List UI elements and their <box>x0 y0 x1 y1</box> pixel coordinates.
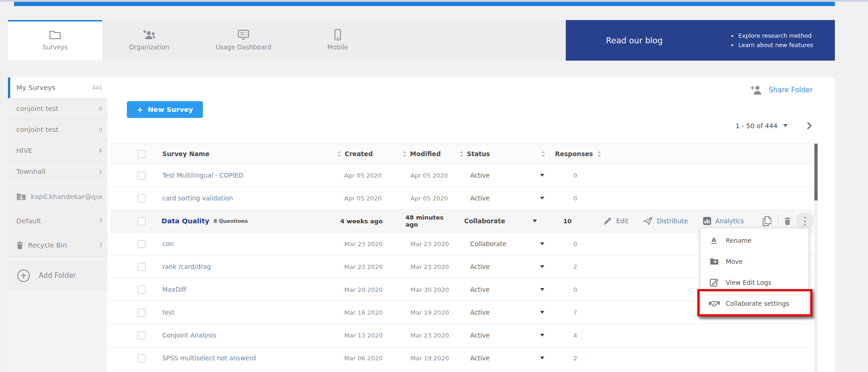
status-value[interactable]: Active <box>470 263 490 270</box>
pagination-caret-icon[interactable] <box>783 124 788 127</box>
survey-name-link[interactable]: MaxDiff <box>162 286 186 293</box>
status-caret-icon[interactable] <box>540 357 544 359</box>
sort-icon[interactable] <box>403 151 407 157</box>
sidebar-item-townhall[interactable]: Townhall 1 <box>8 161 107 182</box>
tab-usage-dashboard[interactable]: Usage Dashboard <box>196 20 291 61</box>
row-checkbox[interactable] <box>138 217 146 225</box>
read-our-blog-link[interactable]: Read our blog <box>566 36 703 45</box>
scrollbar-thumb[interactable] <box>814 144 818 200</box>
folder-count: 441 <box>92 85 102 91</box>
dashboard-icon <box>237 28 250 41</box>
edit-logs-icon <box>708 278 720 287</box>
more-actions-button[interactable] <box>796 212 814 230</box>
status-caret-icon[interactable] <box>540 288 544 291</box>
status-caret-icon[interactable] <box>540 311 544 314</box>
copy-icon[interactable] <box>763 216 771 226</box>
tab-mobile[interactable]: Mobile <box>291 20 385 61</box>
row-checkbox[interactable] <box>138 331 146 339</box>
sidebar-item-recycle-bin[interactable]: Recycle Bin 3 <box>8 233 107 257</box>
status-value[interactable]: Active <box>470 309 490 316</box>
status-value[interactable]: Active <box>470 331 490 339</box>
divider <box>778 215 778 227</box>
col-responses[interactable]: Responses <box>555 150 593 158</box>
collaborate-icon <box>708 300 720 307</box>
menu-item-view-edit-logs[interactable]: View Edit Logs <box>701 272 808 293</box>
table-header: Survey Name Created Modified Status Resp… <box>110 144 814 164</box>
menu-item-move[interactable]: Move <box>701 251 808 272</box>
row-checkbox[interactable] <box>138 286 146 294</box>
row-checkbox[interactable] <box>138 354 146 362</box>
banner-bullet: Learn about new features <box>738 41 813 48</box>
table-row[interactable]: Conjoint Analysis Mar 13 2020 Mar 23 202… <box>110 324 814 347</box>
status-caret-icon[interactable] <box>540 197 544 200</box>
survey-name-link[interactable]: rank /card/drag <box>162 263 211 270</box>
col-status[interactable]: Status <box>467 150 490 158</box>
survey-name-link[interactable]: Conjoint Analysis <box>162 331 216 339</box>
table-row[interactable]: SPSS multiselect not answerd Mar 06 2020… <box>110 347 814 370</box>
sidebar-item-default[interactable]: Default 3 <box>8 209 107 233</box>
status-caret-icon[interactable] <box>533 220 537 222</box>
created-value: Mar 16 2020 <box>344 309 382 316</box>
status-value[interactable]: Active <box>470 354 490 362</box>
edit-button[interactable]: Edit <box>604 217 628 225</box>
status-caret-icon[interactable] <box>540 174 544 177</box>
status-caret-icon[interactable] <box>540 265 544 268</box>
top-blue-bar <box>14 2 835 6</box>
status-value[interactable]: Collaborate <box>470 240 507 248</box>
share-folder-button[interactable]: Share Folder <box>750 85 812 95</box>
survey-name-link[interactable]: SPSS multiselect not answerd <box>162 354 256 362</box>
col-survey-name[interactable]: Survey Name <box>162 150 209 158</box>
sidebar-item-conjoint-test[interactable]: conjoint test 0 <box>8 98 107 119</box>
status-value[interactable]: Active <box>470 286 490 293</box>
new-survey-button[interactable]: + New Survey <box>127 101 203 118</box>
menu-item-rename[interactable]: A Rename <box>701 230 808 251</box>
select-all-checkbox[interactable] <box>138 150 146 158</box>
distribute-button[interactable]: Distribute <box>643 217 688 225</box>
sort-icon[interactable] <box>459 151 464 157</box>
sort-icon[interactable] <box>541 151 545 157</box>
row-checkbox[interactable] <box>138 309 146 317</box>
sidebar-item-kapil-khandekar-que[interactable]: kapil.khandekar@que... <box>8 185 107 209</box>
status-caret-icon[interactable] <box>540 242 544 245</box>
survey-name-link[interactable]: con <box>162 240 174 248</box>
status-value[interactable]: Collaborate <box>464 217 505 225</box>
survey-name-link[interactable]: Data Quality <box>161 217 209 225</box>
banner-bullet: Explore research method <box>738 32 813 39</box>
sidebar-item-my-surveys[interactable]: My Surveys 441 <box>8 77 107 98</box>
add-folder-label: Add Folder <box>39 271 76 280</box>
survey-name-link[interactable]: card sorting validation <box>162 194 233 202</box>
trash-icon[interactable] <box>784 217 791 225</box>
pagination-range[interactable]: 1 - 50 of 444 <box>736 122 778 130</box>
sidebar-item-conjoint-test[interactable]: conjoint test 0 <box>8 119 107 140</box>
table-scrollbar[interactable] <box>814 144 818 372</box>
created-value: Apr 05 2020 <box>344 195 382 202</box>
add-folder-button[interactable]: + Add Folder <box>8 260 107 291</box>
sidebar-item-hive[interactable]: HIVE 6 <box>8 140 107 161</box>
menu-item-collaborate-settings[interactable]: Collaborate settings <box>701 293 808 314</box>
tab-surveys[interactable]: Surveys <box>8 20 102 61</box>
shared-folder-icon <box>16 193 26 200</box>
col-modified[interactable]: Modified <box>410 150 441 158</box>
plus-icon: + <box>137 105 143 114</box>
next-page-button[interactable] <box>806 122 812 130</box>
table-row[interactable]: card sorting validation Apr 05 2020 Apr … <box>110 187 814 210</box>
row-checkbox[interactable] <box>138 172 146 179</box>
analytics-button[interactable]: Analytics <box>703 217 744 225</box>
row-checkbox[interactable] <box>138 263 146 271</box>
col-created[interactable]: Created <box>345 150 373 158</box>
status-caret-icon[interactable] <box>540 334 544 337</box>
survey-name-link[interactable]: Test Multilingual - COPIED <box>162 172 243 179</box>
row-checkbox[interactable] <box>138 240 146 248</box>
sort-icon[interactable] <box>597 151 601 157</box>
folder-count: 3 <box>99 218 102 224</box>
question-count-badge: 8 Questions <box>214 218 248 224</box>
table-row[interactable]: Test Multilingual - COPIED Apr 05 2020 A… <box>110 164 814 187</box>
modified-value: Mar 19 2020 <box>410 355 449 362</box>
status-value[interactable]: Active <box>470 172 490 179</box>
status-value[interactable]: Active <box>470 194 490 202</box>
row-checkbox[interactable] <box>138 194 146 202</box>
survey-name-link[interactable]: test <box>162 309 174 316</box>
tab-organization[interactable]: Organization <box>102 20 196 61</box>
sort-icon[interactable] <box>337 151 341 157</box>
promo-banner: Read our blog Explore research methodLea… <box>566 20 835 61</box>
